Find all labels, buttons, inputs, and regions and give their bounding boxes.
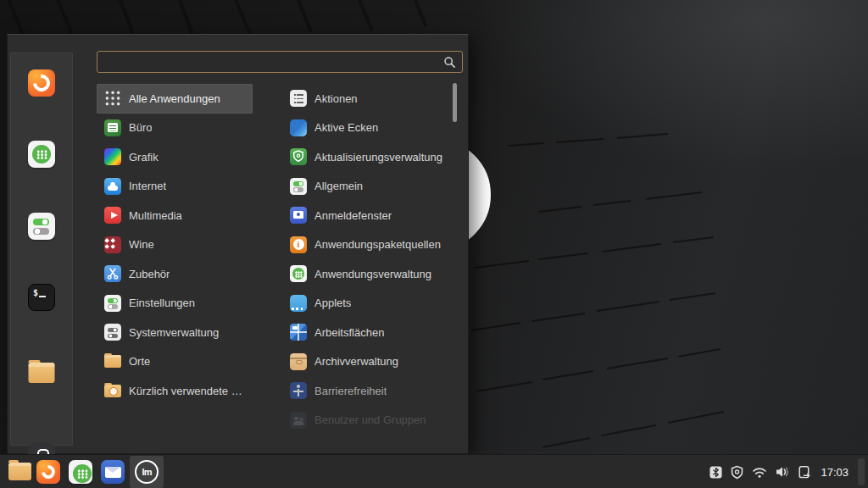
applets-app-icon <box>290 295 307 312</box>
mail-icon[interactable] <box>101 460 125 484</box>
recent-files-category-icon <box>104 385 121 397</box>
category-item-einstellungen[interactable]: Einstellungen <box>97 289 253 319</box>
app-item-barrierefreiheit[interactable]: Barrierefreiheit <box>282 376 452 406</box>
app-label: Aktive Ecken <box>314 121 378 134</box>
category-item-systemverwaltung[interactable]: Systemverwaltung <box>97 318 253 347</box>
mint-logo-icon: lm <box>135 460 159 484</box>
firefox-icon[interactable] <box>36 460 60 484</box>
accessibility-app-icon <box>290 382 307 399</box>
places-category-icon <box>104 355 121 368</box>
category-label: Einstellungen <box>129 297 195 309</box>
clock[interactable]: 17:03 <box>819 466 850 479</box>
software-sources-app-icon <box>290 236 307 253</box>
folder-icon[interactable] <box>8 463 31 480</box>
app-label: Anwendungsverwaltung <box>314 268 431 280</box>
app-label: Benutzer und Gruppen <box>314 413 426 426</box>
folder-icon[interactable] <box>29 363 55 383</box>
app-item-arbeitsflaechen[interactable]: Arbeitsflächen <box>282 318 452 347</box>
volume-icon[interactable] <box>775 465 790 479</box>
category-list: Alle Anwendungen Büro Grafik Internet Mu… <box>97 84 253 406</box>
app-label: Anwendungspaketquellen <box>314 238 441 251</box>
category-label: Zubehör <box>129 268 170 280</box>
app-label: Anmeldefenster <box>314 209 392 222</box>
taskbar: lm <box>0 454 868 488</box>
software-manager-app-icon <box>290 265 307 282</box>
app-item-benutzer-gruppen[interactable]: Benutzer und Gruppen <box>282 406 452 435</box>
category-item-all[interactable]: Alle Anwendungen <box>97 84 253 114</box>
update-manager-app-icon <box>290 148 307 165</box>
app-item-allgemein[interactable]: Allgemein <box>282 172 452 202</box>
bluetooth-icon[interactable] <box>709 466 722 479</box>
app-label: Aktionen <box>314 92 358 105</box>
app-label: Applets <box>314 297 351 309</box>
app-list-scrollbar[interactable] <box>453 83 457 122</box>
restart-required-icon[interactable] <box>798 465 811 480</box>
actions-app-icon <box>290 90 307 107</box>
wine-category-icon <box>104 236 121 253</box>
system-tray: 17:03 <box>709 455 868 488</box>
app-item-anwendungspaketquellen[interactable]: Anwendungspaketquellen <box>282 230 452 260</box>
settings-icon[interactable] <box>28 213 55 240</box>
category-item-grafik[interactable]: Grafik <box>97 142 253 172</box>
all-applications-grid-icon <box>104 90 121 107</box>
category-item-wine[interactable]: Wine <box>97 230 253 260</box>
search-bar <box>97 51 463 73</box>
app-item-applets[interactable]: Applets <box>282 289 452 319</box>
category-item-recent[interactable]: Kürzlich verwendete Da… <box>97 376 253 406</box>
category-item-buero[interactable]: Büro <box>97 114 253 143</box>
app-label: Aktualisierungsverwaltung <box>314 151 442 164</box>
shield-icon[interactable] <box>730 465 744 480</box>
search-input[interactable] <box>97 52 443 72</box>
category-label: Internet <box>129 180 166 192</box>
administration-category-icon <box>104 324 121 341</box>
software-manager-icon[interactable] <box>28 141 55 168</box>
menu-sidebar <box>10 53 73 446</box>
accessories-category-icon <box>104 265 121 282</box>
category-item-zubehoer[interactable]: Zubehör <box>97 259 253 289</box>
category-label: Multimedia <box>129 209 182 222</box>
main-menu-window: Alle Anwendungen Büro Grafik Internet Mu… <box>7 34 469 454</box>
software-manager-icon[interactable] <box>69 460 92 484</box>
office-category-icon <box>104 119 121 136</box>
category-item-internet[interactable]: Internet <box>97 172 253 202</box>
app-item-aktionen[interactable]: Aktionen <box>282 84 452 114</box>
internet-category-icon <box>104 178 121 195</box>
category-label: Orte <box>129 355 150 368</box>
users-groups-app-icon <box>290 412 307 429</box>
search-icon <box>443 56 456 69</box>
app-item-anmeldefenster[interactable]: Anmeldefenster <box>282 201 452 230</box>
firefox-icon[interactable] <box>28 69 55 97</box>
preferences-category-icon <box>104 295 121 312</box>
app-item-archivverwaltung[interactable]: Archivverwaltung <box>282 347 452 377</box>
app-label: Archivverwaltung <box>314 355 398 368</box>
general-settings-app-icon <box>290 178 307 195</box>
hot-corners-app-icon <box>290 119 307 136</box>
category-item-orte[interactable]: Orte <box>97 347 253 377</box>
app-item-anwendungsverwaltung[interactable]: Anwendungsverwaltung <box>282 259 452 289</box>
menu-window-button[interactable]: lm <box>130 456 164 488</box>
app-label: Allgemein <box>314 180 363 192</box>
show-desktop-button[interactable] <box>858 458 865 485</box>
terminal-icon[interactable] <box>28 284 55 311</box>
category-label: Alle Anwendungen <box>129 92 220 105</box>
category-label: Systemverwaltung <box>129 326 219 339</box>
workspaces-app-icon <box>290 324 307 341</box>
archive-manager-app-icon <box>290 353 307 370</box>
category-label: Wine <box>129 238 154 251</box>
application-list: Aktionen Aktive Ecken Aktualisierungsver… <box>282 84 452 435</box>
category-label: Grafik <box>129 151 159 164</box>
desktop: Alle Anwendungen Büro Grafik Internet Mu… <box>0 0 868 488</box>
graphics-category-icon <box>104 148 121 165</box>
category-item-multimedia[interactable]: Multimedia <box>97 201 253 230</box>
mint-logo-text: lm <box>142 467 152 477</box>
app-label: Barrierefreiheit <box>314 385 387 397</box>
app-item-aktive-ecken[interactable]: Aktive Ecken <box>282 114 452 143</box>
login-window-app-icon <box>290 207 307 224</box>
category-label: Büro <box>129 121 152 134</box>
multimedia-category-icon <box>104 207 121 224</box>
category-label: Kürzlich verwendete Da… <box>129 385 245 397</box>
app-label: Arbeitsflächen <box>314 326 384 339</box>
app-item-aktualisierungsverwaltung[interactable]: Aktualisierungsverwaltung <box>282 142 452 172</box>
wifi-icon[interactable] <box>752 466 767 479</box>
